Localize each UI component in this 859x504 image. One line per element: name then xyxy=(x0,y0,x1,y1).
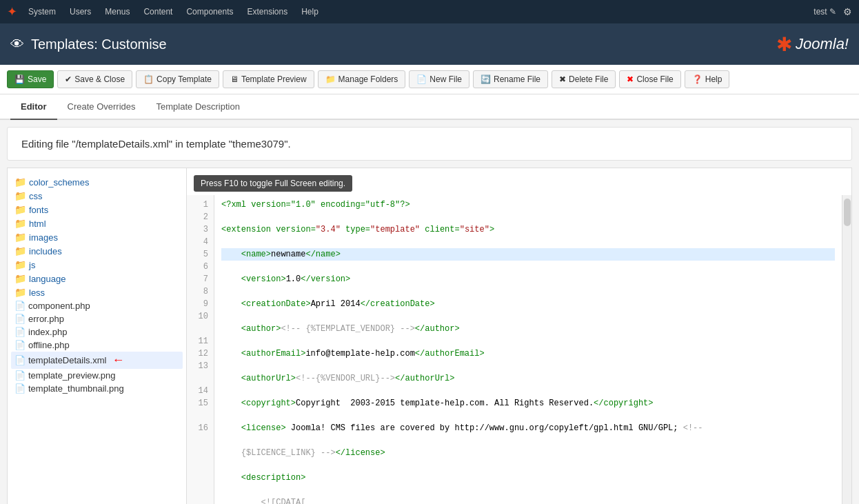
nav-menu: System Users Menus Content Components Ex… xyxy=(23,4,813,19)
folder-icon: 📁 xyxy=(14,204,26,215)
file-icon: 📄 xyxy=(14,314,26,324)
folder-fonts[interactable]: 📁 fonts xyxy=(11,203,183,216)
folder-icon: 📁 xyxy=(14,245,26,256)
settings-icon[interactable]: ⚙ xyxy=(843,6,852,17)
save-button[interactable]: 💾 Save xyxy=(7,70,54,88)
templates-eye-icon: 👁 xyxy=(10,37,24,52)
folder-label: includes xyxy=(29,246,62,256)
folder-icon: 📁 xyxy=(14,218,26,229)
rename-icon: 🔄 xyxy=(481,74,491,84)
folder-label: language xyxy=(29,274,66,284)
help-button[interactable]: ❓ Help xyxy=(685,70,730,88)
file-label: template_preview.png xyxy=(28,370,115,381)
file-index-php[interactable]: 📄 index.php xyxy=(11,325,183,339)
folder-icon: 📁 xyxy=(14,177,26,188)
folder-icon: 📁 xyxy=(14,232,26,243)
file-label: index.php xyxy=(28,327,67,337)
checkmark-icon: ✔ xyxy=(65,74,72,84)
joomla-star-icon: ✦ xyxy=(7,4,17,19)
scrollbar-thumb[interactable] xyxy=(844,199,851,226)
folder-js[interactable]: 📁 js xyxy=(11,258,183,272)
nav-item-extensions[interactable]: Extensions xyxy=(241,4,293,19)
file-icon: 📄 xyxy=(14,355,26,365)
file-label: template_thumbnail.png xyxy=(28,383,124,394)
new-file-icon: 📄 xyxy=(416,74,427,84)
tab-editor[interactable]: Editor xyxy=(10,94,57,120)
new-file-button[interactable]: 📄 New File xyxy=(409,70,469,88)
file-label: offline.php xyxy=(28,340,70,350)
nav-item-content[interactable]: Content xyxy=(138,4,178,19)
preview-icon: 🖥 xyxy=(230,74,239,84)
line-numbers: 1 2 3 4 5 6 7 8 9 10 11 12 13 14 15 16 xyxy=(187,195,214,504)
code-content[interactable]: <?xml version="1.0" encoding="utf-8"?> <… xyxy=(214,195,842,504)
joomla-logo: ✱ Joomla! xyxy=(776,33,849,56)
delete-file-button[interactable]: ✖ Delete File xyxy=(552,70,616,88)
file-template-preview-png[interactable]: 📄 template_preview.png xyxy=(11,369,183,382)
folder-label: js xyxy=(29,260,35,270)
file-component-php[interactable]: 📄 component.php xyxy=(11,299,183,312)
tab-template-description[interactable]: Template Description xyxy=(146,94,250,120)
folder-html[interactable]: 📁 html xyxy=(11,216,183,230)
folder-label: fonts xyxy=(29,205,48,215)
editor-scrollbar[interactable] xyxy=(842,195,851,504)
file-icon: 📄 xyxy=(14,340,26,350)
folder-label: color_schemes xyxy=(29,177,89,188)
folder-label: html xyxy=(29,219,46,229)
folder-label: less xyxy=(29,288,45,298)
fullscreen-hint: Press F10 to toggle Full Screen editing. xyxy=(194,175,352,192)
test-user-link[interactable]: test ✎ xyxy=(813,7,836,17)
folder-images[interactable]: 📁 images xyxy=(11,230,183,244)
tab-create-overrides[interactable]: Create Overrides xyxy=(57,94,146,120)
folder-includes[interactable]: 📁 includes xyxy=(11,244,183,258)
selected-arrow-icon: ← xyxy=(112,353,124,367)
main-content-area: 📁 color_schemes 📁 css 📁 fonts 📁 html 📁 i… xyxy=(7,168,852,504)
joomla-flower-icon: ✱ xyxy=(776,33,792,56)
nav-item-menus[interactable]: Menus xyxy=(99,4,135,19)
toolbar: 💾 Save ✔ Save & Close 📋 Copy Template 🖥 … xyxy=(0,65,859,94)
close-icon: ✖ xyxy=(627,74,634,84)
rename-file-button[interactable]: 🔄 Rename File xyxy=(473,70,548,88)
file-icon: 📄 xyxy=(14,327,26,337)
folder-css[interactable]: 📁 css xyxy=(11,189,183,203)
manage-folders-button[interactable]: 📁 Manage Folders xyxy=(318,70,406,88)
close-file-button[interactable]: ✖ Close File xyxy=(619,70,680,88)
nav-right-area: test ✎ ⚙ xyxy=(813,6,852,17)
file-template-details-xml[interactable]: 📄 templateDetails.xml ← xyxy=(11,352,183,369)
file-offline-php[interactable]: 📄 offline.php xyxy=(11,339,183,352)
template-preview-button[interactable]: 🖥 Template Preview xyxy=(223,70,314,88)
copy-template-button[interactable]: 📋 Copy Template xyxy=(136,70,219,88)
folder-icon: 📁 xyxy=(14,190,26,201)
file-error-php[interactable]: 📄 error.php xyxy=(11,312,183,325)
folder-icon: 📁 xyxy=(14,287,26,298)
nav-item-help[interactable]: Help xyxy=(296,4,324,19)
save-close-button[interactable]: ✔ Save & Close xyxy=(57,70,132,88)
file-label: error.php xyxy=(28,314,64,324)
tabs-bar: Editor Create Overrides Template Descrip… xyxy=(0,94,859,120)
help-icon: ❓ xyxy=(692,74,703,84)
header-bar: 👁 Templates: Customise ✱ Joomla! xyxy=(0,23,859,65)
nav-item-system[interactable]: System xyxy=(23,4,61,19)
file-icon: 📄 xyxy=(14,301,26,311)
code-editor[interactable]: 1 2 3 4 5 6 7 8 9 10 11 12 13 14 15 16 < xyxy=(187,195,851,504)
file-icon: 📄 xyxy=(14,383,26,394)
folder-icon: 📁 xyxy=(14,259,26,270)
folder-label: css xyxy=(29,191,43,201)
nav-item-users[interactable]: Users xyxy=(64,4,97,19)
save-icon: 💾 xyxy=(14,74,25,84)
editing-info-bar: Editing file "/templateDetails.xml" in t… xyxy=(7,127,852,161)
top-navigation: ✦ System Users Menus Content Components … xyxy=(0,0,859,23)
file-label: templateDetails.xml xyxy=(28,355,106,365)
folder-less[interactable]: 📁 less xyxy=(11,285,183,299)
file-template-thumbnail-png[interactable]: 📄 template_thumbnail.png xyxy=(11,382,183,395)
folder-language[interactable]: 📁 language xyxy=(11,272,183,285)
copy-icon: 📋 xyxy=(143,74,154,84)
editing-info-text: Editing file "/templateDetails.xml" in t… xyxy=(21,138,838,150)
joomla-brand-text: Joomla! xyxy=(796,35,849,53)
code-editor-area: Press F10 to toggle Full Screen editing.… xyxy=(187,168,851,504)
page-title: Templates: Customise xyxy=(31,37,776,52)
nav-item-components[interactable]: Components xyxy=(181,4,239,19)
folder-icon: 📁 xyxy=(14,273,26,284)
file-icon: 📄 xyxy=(14,370,26,381)
folder-icon: 📁 xyxy=(325,74,336,84)
folder-color-schemes[interactable]: 📁 color_schemes xyxy=(11,175,183,189)
